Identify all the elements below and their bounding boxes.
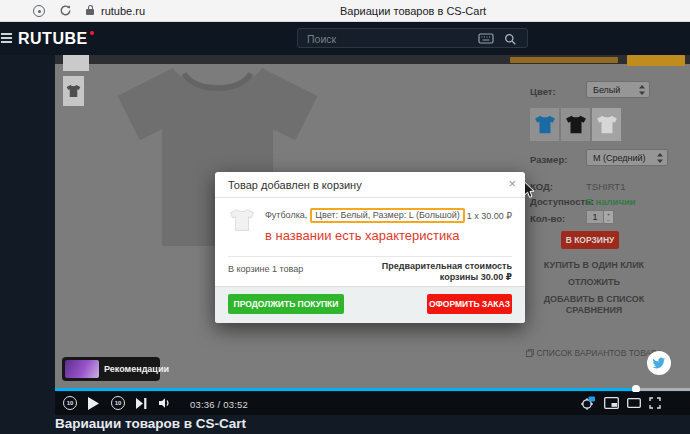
twitter-bird-icon	[652, 357, 666, 369]
next-video-button[interactable]	[136, 398, 147, 409]
page-info-icon[interactable]	[33, 5, 45, 17]
variants-link-label: СПИСОК ВАРИАНТОВ ТОВАРА	[536, 348, 662, 358]
logo-dot	[90, 31, 94, 35]
color-swatch-white[interactable]	[592, 108, 621, 141]
quantity-input[interactable]: 1	[586, 210, 604, 224]
size-label: Размер:	[530, 154, 567, 165]
compare-link-line1[interactable]: ДОБАВИТЬ В СПИСОК	[505, 294, 683, 304]
buy-one-click-link[interactable]: КУПИТЬ В ОДИН КЛИК	[505, 260, 683, 270]
promo-text-strip	[510, 57, 618, 63]
quality-settings-icon[interactable]	[580, 396, 595, 411]
color-swatch-blue[interactable]	[530, 108, 559, 141]
availability-label: Доступность:	[530, 196, 594, 207]
quantity-minus[interactable]: −	[604, 217, 613, 223]
tab-title: Вариации товаров в CS-Cart	[340, 5, 486, 17]
product-thumbnail-1	[63, 55, 89, 71]
code-value: TSHIRT1	[586, 181, 625, 192]
fullscreen-icon[interactable]	[649, 397, 661, 409]
variants-icon	[526, 349, 534, 357]
lock-icon[interactable]	[84, 4, 96, 17]
url-text[interactable]: rutube.ru	[101, 5, 145, 17]
color-label: Цвет:	[530, 86, 556, 97]
product-thumbnail-2	[63, 76, 84, 106]
modal-divider	[228, 256, 512, 257]
search-input[interactable]: Поиск	[297, 28, 528, 48]
player-controls: 10 10 03:36 / 03:52	[55, 392, 690, 415]
checkout-button[interactable]: ОФОРМИТЬ ЗАКАЗ	[427, 294, 512, 314]
compare-link-line2[interactable]: СРАВНЕНИЯ	[505, 305, 683, 315]
keyboard-icon[interactable]	[478, 33, 494, 44]
modal-cart-items: В корзине 1 товар	[228, 264, 303, 274]
continue-shopping-button[interactable]: ПРОДОЛЖИТЬ ПОКУПКИ	[228, 294, 344, 314]
close-icon[interactable]: ×	[508, 177, 516, 190]
tshirt-thumb-icon	[66, 84, 81, 98]
quantity-stepper[interactable]: + −	[604, 210, 614, 224]
modal-product-variant-highlight: Цвет: Белый, Размер: L (Большой)	[310, 208, 465, 223]
modal-annotation: в названии есть характеристика	[265, 228, 459, 243]
promo-button	[627, 55, 685, 66]
picture-in-picture-icon[interactable]	[604, 397, 619, 409]
color-select[interactable]: Белый	[586, 81, 650, 98]
quantity-label: Кол-во:	[530, 213, 565, 224]
modal-footer: ПРОДОЛЖИТЬ ПОКУПКИ ОФОРМИТЬ ЗАКАЗ	[215, 286, 525, 323]
search-placeholder: Поиск	[307, 33, 336, 45]
add-to-cart-button[interactable]: В КОРЗИНУ	[561, 231, 619, 249]
progress-played	[55, 388, 637, 391]
skip-back-10-button[interactable]: 10	[63, 396, 77, 410]
modal-subtotal-line2: корзины 30.00 ₽	[382, 272, 512, 283]
chevron-updown-icon	[639, 85, 645, 95]
recommendations-label: Рекомендации	[104, 364, 169, 374]
size-select[interactable]: M (Средний)	[586, 149, 668, 166]
modal-header: Товар добавлен в корзину ×	[215, 172, 525, 198]
modal-title: Товар добавлен в корзину	[228, 179, 362, 191]
color-select-value: Белый	[593, 85, 639, 95]
chevron-updown-icon	[657, 153, 663, 163]
rutube-logo[interactable]: RUTUBE	[18, 30, 88, 48]
theater-mode-icon[interactable]	[627, 398, 641, 408]
skip-forward-10-button[interactable]: 10	[111, 396, 125, 410]
search-icon[interactable]	[504, 33, 517, 46]
size-select-value: M (Средний)	[593, 153, 657, 163]
time-display: 03:36 / 03:52	[190, 399, 248, 410]
modal-qty-price: 1 x 30.00 ₽	[467, 211, 512, 221]
play-button[interactable]	[88, 397, 99, 410]
mouse-cursor	[523, 181, 535, 199]
reload-icon[interactable]	[59, 4, 72, 17]
browser-bar: rutube.ru Вариации товаров в CS-Cart	[0, 0, 690, 22]
modal-product-line: Футболка,Цвет: Белый, Размер: L (Большой…	[265, 210, 465, 220]
volume-button[interactable]	[158, 397, 171, 409]
video-frame[interactable]: Цвет: Белый Размер: M (Средний) КОД: TSH…	[55, 55, 690, 388]
added-to-cart-modal: Товар добавлен в корзину × Футболка,Цвет…	[215, 172, 525, 323]
recommendation-thumbnail	[65, 360, 99, 378]
save-for-later-link[interactable]: ОТЛОЖИТЬ	[505, 277, 683, 287]
video-page-title: Вариации товаров в CS-Cart	[55, 416, 246, 431]
modal-subtotal-line1: Предварительная стоимость	[382, 261, 512, 272]
modal-subtotal: Предварительная стоимость корзины 30.00 …	[382, 261, 512, 283]
color-swatch-black[interactable]	[561, 108, 590, 141]
rutube-window: rutube.ru Вариации товаров в CS-Cart RUT…	[0, 0, 690, 434]
twitter-share-button[interactable]	[647, 351, 671, 375]
modal-product-name: Футболка,	[265, 210, 307, 220]
recommendations-chip[interactable]: Рекомендации	[62, 357, 160, 381]
menu-icon[interactable]	[1, 31, 12, 45]
availability-value: В наличии	[586, 196, 636, 207]
modal-product-thumb	[229, 208, 255, 232]
rutube-logo-text: RUTUBE	[18, 30, 88, 47]
